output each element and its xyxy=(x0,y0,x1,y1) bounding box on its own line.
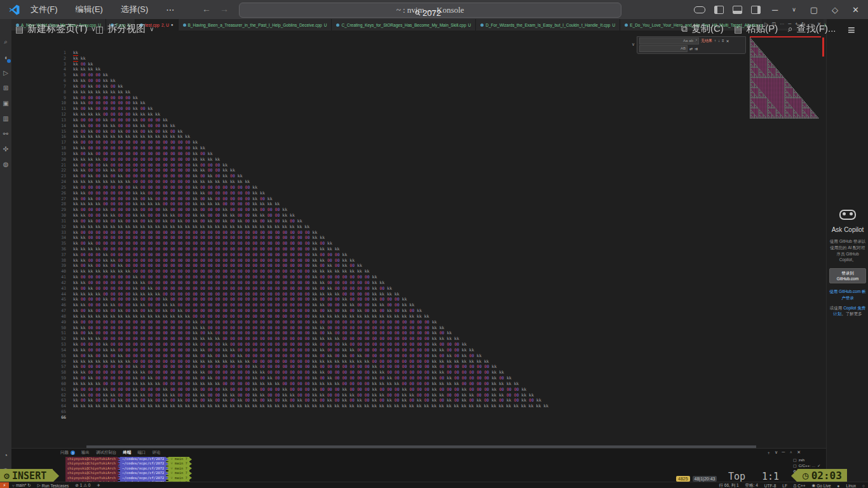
editor-action-icon-2[interactable]: ⋯ xyxy=(780,22,784,27)
copilot-signin-link[interactable]: 使用 GitHub.com 帐户登录 xyxy=(829,288,866,301)
editor-action-icon-6[interactable]: ⋯ xyxy=(809,22,813,27)
editor-tab-0[interactable]: A_New_World_Now_Me_New_Array.cppU xyxy=(11,19,106,30)
find-previous-icon[interactable]: ↑ xyxy=(714,39,716,43)
statusbar-notifications-bell[interactable]: ○ xyxy=(859,484,868,488)
prompt-git-branch: ⑂ main ? xyxy=(168,457,189,461)
account-icon[interactable]: ◔ xyxy=(0,447,11,463)
nav-back-button[interactable]: ← xyxy=(202,4,211,14)
panel-action-icon-1[interactable]: ∨ xyxy=(775,450,778,456)
replace-all-icon[interactable]: ⇉ xyxy=(695,46,698,51)
panel-action-icon-4[interactable]: ✕ xyxy=(797,450,801,456)
replace-one-icon[interactable]: ⇄ xyxy=(689,46,693,51)
statusbar-git-branch[interactable]: ⑂main* ↻ xyxy=(9,483,34,488)
editor-action-icon-5[interactable]: ↻ xyxy=(801,22,805,27)
panel-tab-终端[interactable]: 终端 xyxy=(123,450,132,456)
preserve-case-icon[interactable]: AB xyxy=(681,46,686,50)
editor-action-icon-0[interactable]: ▷ xyxy=(764,22,768,27)
code-area[interactable]: 1kk2kk kk3kk 00 kk4kk kk kk kk5kk 00 00 … xyxy=(11,50,826,421)
replace-input[interactable]: AB xyxy=(639,45,688,52)
test-results-icon[interactable]: ▥ xyxy=(0,111,11,126)
cpp-file-icon xyxy=(336,24,339,27)
code-line-58: 58kk kk 00 00 00 00 00 00 kk kk 00 00 00… xyxy=(11,370,826,376)
activity-bar-top: ⌕◖▷⊞▣▥⚯✣◍ xyxy=(0,34,11,172)
panel-action-icon-2[interactable]: ─ xyxy=(782,450,785,456)
copilot-chat-icon[interactable]: ◖ xyxy=(0,50,11,65)
statusbar-cursor-position[interactable]: 行 66, 列 1 xyxy=(716,483,742,488)
window-restore-button[interactable]: ▢ xyxy=(808,5,820,15)
run-debug-icon[interactable]: ▷ xyxy=(0,65,11,80)
editor-pane[interactable]: 1kk2kk kk3kk 00 kk4kk kk kk kk5kk 00 00 … xyxy=(11,30,826,448)
remote-indicator[interactable]: ⚡ xyxy=(0,482,9,488)
minimap[interactable] xyxy=(750,36,821,119)
editor-action-icon-1[interactable]: ◫ xyxy=(772,22,776,27)
editor-action-icon-3[interactable]: ─ xyxy=(788,22,791,26)
statusbar-encoding[interactable]: UTF-8 xyxy=(761,484,779,488)
find-input[interactable]: Aa ab .* xyxy=(639,37,699,44)
docker-icon[interactable]: ✣ xyxy=(0,141,11,156)
editor-tab-6[interactable]: E_Do_You_Love_Your_Hero_and_His_Two_Hit_… xyxy=(620,19,776,30)
line-number: 44 xyxy=(11,292,73,297)
statusbar-rocket[interactable]: ✈ xyxy=(93,483,103,488)
command-center[interactable]: ~ : nvim — Konsole 2072 xyxy=(239,3,621,18)
terminal-output[interactable]: chiyoyuki@ChiyoYukiArch~/codes/xcpc/cf/2… xyxy=(60,457,192,485)
source-graph-icon[interactable]: ⚯ xyxy=(0,126,11,141)
statusbar-run-testcases[interactable]: ▷Run Testcases xyxy=(34,483,72,488)
editor-tab-5[interactable]: D_For_Wizards_the_Exam_Is_Easy_but_I_Cou… xyxy=(476,19,620,30)
terminal-list-item-1[interactable]: ▢C/C++: …✓ xyxy=(793,463,822,468)
find-next-icon[interactable]: ↓ xyxy=(718,39,720,43)
menu-item-0[interactable]: 文件(F) xyxy=(24,3,64,17)
regex-icon[interactable]: .* xyxy=(695,39,697,43)
statusbar-os[interactable]: Linux xyxy=(843,484,860,488)
tab-modified-dot[interactable]: ● xyxy=(171,23,173,27)
statusbar-language-mode[interactable]: {}C++ xyxy=(790,484,809,488)
window-minimize-button[interactable]: ─ xyxy=(770,5,780,15)
terminal-list-item-0[interactable]: ▢zsh xyxy=(793,457,822,463)
find-close-icon[interactable]: ✕ xyxy=(726,39,729,43)
window-close-button[interactable]: ✕ xyxy=(850,5,862,15)
menu-item-3[interactable]: ⋯ xyxy=(159,4,180,16)
statusbar-github-status[interactable]: ● xyxy=(834,484,843,488)
menu-item-2[interactable]: 选择(S) xyxy=(114,3,154,17)
editor-action-icon-7[interactable]: ✕ xyxy=(817,22,821,27)
editor-action-icon-4[interactable]: + xyxy=(795,22,797,26)
line-number: 22 xyxy=(11,168,73,173)
panel-tab-端口[interactable]: 端口 xyxy=(138,450,146,456)
panel-tab-评论[interactable]: 评论 xyxy=(153,450,161,456)
whole-word-icon[interactable]: ab xyxy=(689,39,693,43)
statusbar-indentation[interactable]: 空格: 4 xyxy=(742,483,761,488)
statusbar-go-live[interactable]: ◉Go Live xyxy=(809,483,834,488)
editor-tab-4[interactable]: C_Creating_Keys_for_StORages_Has_Become_… xyxy=(332,19,476,30)
github-icon[interactable]: ◍ xyxy=(0,156,11,172)
editor-tab-3[interactable]: B_Having_Been_a_Treasurer_in_the_Past_I_… xyxy=(179,19,332,30)
panel-action-icon-0[interactable]: ＋ xyxy=(766,450,771,456)
match-case-icon[interactable]: Aa xyxy=(683,39,688,43)
code-line-10: 10kk kk 00 00 00 00 00 00 kk kk xyxy=(11,100,826,106)
editor-tab-1[interactable]: F.cppU xyxy=(106,19,135,30)
toggle-primary-sidebar-icon[interactable] xyxy=(714,6,724,14)
konsole-chevron-icon[interactable]: ∨ xyxy=(789,6,799,13)
panel-action-icon-3[interactable]: ＾ xyxy=(789,450,793,456)
toggle-secondary-sidebar-icon[interactable] xyxy=(751,6,761,14)
editor-tab-2[interactable]: test.cpp2, U● xyxy=(135,19,178,30)
nav-forward-button[interactable]: → xyxy=(220,4,229,14)
copilot-menu-icon[interactable] xyxy=(694,6,705,13)
panel-tab-输出[interactable]: 输出 xyxy=(81,450,90,456)
extensions-icon[interactable]: ⊞ xyxy=(0,80,11,95)
panel-tab-调试控制台[interactable]: 调试控制台 xyxy=(96,450,117,456)
menu-item-1[interactable]: 编辑(E) xyxy=(69,3,109,17)
toggle-panel-icon[interactable] xyxy=(733,6,742,14)
remote-explorer-icon[interactable]: ▣ xyxy=(0,95,11,111)
statusbar-eol[interactable]: LF xyxy=(779,484,790,488)
panel-tab-问题[interactable]: 问题3 xyxy=(60,450,75,456)
notifications-bell-icon: ○ xyxy=(862,484,865,488)
terminal-prompt-row: chiyoyuki@ChiyoYukiArch~/codes/xcpc/cf/2… xyxy=(60,476,192,480)
statusbar-text: LF xyxy=(782,484,787,488)
copilot-signin-button[interactable]: 登录到 GitHub.com xyxy=(829,268,866,283)
tab-label: E_Do_You_Love_Your_Hero_and_His_Two_Hit_… xyxy=(630,23,766,27)
statusbar-problems[interactable]: ⊘1 ⚠ 0 xyxy=(72,483,93,488)
find-widget[interactable]: ∨ Aa ab .* 无结果 ↑ ↓ ≡ ✕ AB ⇄ ⇉ xyxy=(637,36,746,54)
find-in-selection-icon[interactable]: ≡ xyxy=(722,39,724,43)
problems-icon: ⊘ xyxy=(75,483,78,488)
find-chevron-icon[interactable]: ∨ xyxy=(632,42,635,47)
search-icon[interactable]: ⌕ xyxy=(0,34,11,50)
